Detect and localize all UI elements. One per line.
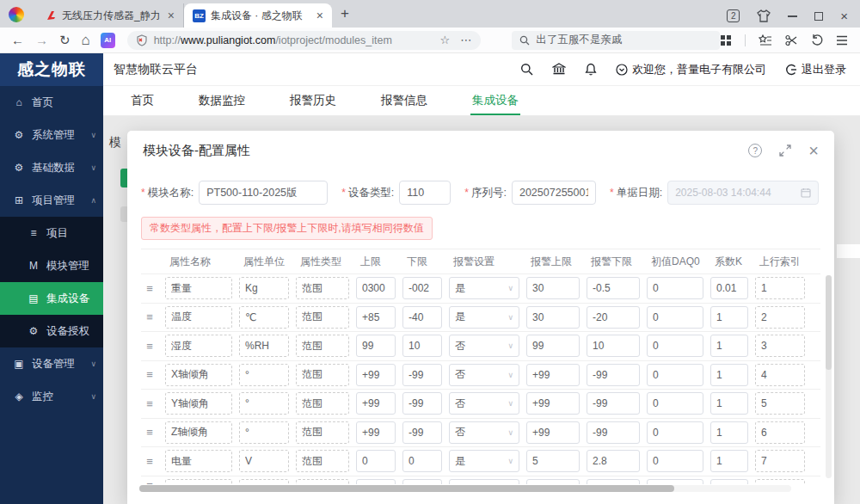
attr-unit-input[interactable] bbox=[239, 335, 289, 357]
attr-unit-input[interactable] bbox=[239, 479, 289, 484]
welcome-user[interactable]: 欢迎您，普量电子有限公司 bbox=[616, 62, 766, 77]
site-security-shield-icon[interactable] bbox=[136, 34, 148, 46]
upper-limit-input[interactable] bbox=[356, 421, 396, 444]
attr-unit-input[interactable] bbox=[239, 277, 289, 299]
close-icon[interactable]: × bbox=[808, 142, 819, 159]
upper-limit-input[interactable] bbox=[356, 277, 396, 299]
bank-building-icon[interactable] bbox=[552, 63, 566, 76]
browser-tab-2[interactable]: BZ 集成设备 · 感之物联 × bbox=[184, 3, 332, 28]
uplink-index-input[interactable] bbox=[755, 392, 805, 415]
attr-name-input[interactable] bbox=[165, 364, 232, 386]
attr-name-input[interactable] bbox=[165, 306, 232, 329]
alarm-upper-input[interactable] bbox=[526, 479, 580, 484]
alarm-lower-input[interactable] bbox=[587, 335, 640, 357]
horizontal-scrollbar[interactable] bbox=[139, 485, 791, 492]
attr-type-input[interactable] bbox=[296, 479, 349, 484]
alarm-upper-input[interactable] bbox=[526, 421, 580, 444]
init-daq0-input[interactable] bbox=[647, 335, 703, 357]
help-icon[interactable]: ? bbox=[748, 144, 762, 157]
alarm-setting-select[interactable]: 是 ∨ bbox=[449, 450, 519, 472]
theme-shirt-icon[interactable] bbox=[757, 9, 771, 22]
upper-limit-input[interactable] bbox=[356, 392, 396, 415]
drag-handle-icon[interactable]: ≡ bbox=[141, 368, 158, 381]
drag-handle-icon[interactable]: ≡ bbox=[141, 455, 158, 468]
scrollbar-thumb[interactable] bbox=[139, 485, 674, 492]
alarm-setting-select[interactable]: 是 ∨ bbox=[449, 306, 519, 329]
tab-count-badge[interactable]: 2 bbox=[727, 9, 740, 22]
more-options-icon[interactable]: ⋯ bbox=[460, 34, 472, 46]
sidebar-item-device-auth[interactable]: ⚙设备授权 bbox=[0, 315, 103, 347]
sidebar-item-monitor[interactable]: ◈监控∨ bbox=[0, 380, 103, 413]
attr-name-input[interactable] bbox=[165, 421, 232, 444]
drag-handle-icon[interactable]: ≡ bbox=[141, 310, 158, 323]
drag-handle-icon[interactable]: ≡ bbox=[141, 479, 158, 484]
module-name-input[interactable] bbox=[199, 181, 328, 205]
init-daq0-input[interactable] bbox=[647, 421, 703, 444]
logout-button[interactable]: 退出登录 bbox=[785, 62, 846, 77]
vertical-scrollbar[interactable] bbox=[826, 275, 832, 478]
doc-date-input[interactable]: 2025-08-03 14:04:44 bbox=[667, 181, 819, 205]
fullscreen-icon[interactable] bbox=[779, 144, 791, 157]
coeff-k-input[interactable] bbox=[710, 277, 748, 299]
tab-integrated-device[interactable]: 集成设备 bbox=[470, 86, 520, 115]
alarm-lower-input[interactable] bbox=[587, 277, 640, 299]
alarm-upper-input[interactable] bbox=[526, 364, 580, 386]
lower-limit-input[interactable] bbox=[402, 306, 442, 329]
coeff-k-input[interactable] bbox=[710, 306, 748, 329]
uplink-index-input[interactable] bbox=[755, 335, 805, 357]
init-daq0-input[interactable] bbox=[647, 450, 703, 472]
attr-name-input[interactable] bbox=[165, 392, 232, 415]
coeff-k-input[interactable] bbox=[710, 335, 748, 357]
drag-handle-icon[interactable]: ≡ bbox=[141, 426, 158, 439]
favorites-list-icon[interactable] bbox=[759, 34, 772, 46]
lower-limit-input[interactable] bbox=[402, 450, 442, 472]
sidebar-item-integrated-device[interactable]: ▤集成设备 bbox=[0, 282, 103, 315]
bookmark-star-icon[interactable]: ☆ bbox=[440, 34, 451, 46]
tab-alarm-history[interactable]: 报警历史 bbox=[288, 86, 338, 114]
coeff-k-input[interactable] bbox=[710, 479, 748, 484]
alarm-lower-input[interactable] bbox=[587, 479, 640, 484]
upper-limit-input[interactable] bbox=[356, 450, 396, 472]
lower-limit-input[interactable] bbox=[402, 277, 442, 299]
alarm-lower-input[interactable] bbox=[587, 364, 640, 386]
alarm-lower-input[interactable] bbox=[587, 306, 640, 329]
new-tab-button[interactable]: + bbox=[341, 5, 349, 22]
screenshot-scissors-icon[interactable] bbox=[785, 34, 798, 46]
attr-type-input[interactable] bbox=[296, 364, 349, 386]
alarm-setting-select[interactable]: 否 ∨ bbox=[449, 364, 519, 386]
browser-logo-icon[interactable] bbox=[9, 7, 24, 22]
upper-limit-input[interactable] bbox=[356, 335, 396, 357]
alarm-upper-input[interactable] bbox=[526, 277, 580, 299]
coeff-k-input[interactable] bbox=[710, 421, 748, 444]
lower-limit-input[interactable] bbox=[402, 392, 442, 415]
tab-alarm-info[interactable]: 报警信息 bbox=[379, 86, 429, 114]
drag-handle-icon[interactable]: ≡ bbox=[141, 340, 158, 353]
attr-unit-input[interactable] bbox=[239, 364, 289, 386]
sidebar-item-home[interactable]: ⌂首页 bbox=[0, 86, 103, 119]
init-daq0-input[interactable] bbox=[647, 392, 703, 415]
lower-limit-input[interactable] bbox=[402, 479, 442, 484]
attr-unit-input[interactable] bbox=[239, 306, 289, 329]
bell-icon[interactable] bbox=[585, 63, 597, 76]
scrollbar-thumb[interactable] bbox=[826, 275, 832, 370]
address-bar[interactable]: http://www.puliangiot.com/iotproject/mod… bbox=[127, 31, 482, 50]
upper-limit-input[interactable] bbox=[356, 306, 396, 329]
sidebar-item-basic-data[interactable]: ⚙基础数据∨ bbox=[0, 151, 103, 184]
attr-type-input[interactable] bbox=[296, 277, 349, 299]
home-button[interactable]: ⌂ bbox=[82, 33, 90, 47]
search-icon[interactable] bbox=[520, 63, 533, 76]
lower-limit-input[interactable] bbox=[402, 421, 442, 444]
attr-unit-input[interactable] bbox=[239, 421, 289, 444]
search-box[interactable]: 出了五服不是亲戚 bbox=[512, 31, 720, 50]
apps-grid-icon[interactable] bbox=[720, 34, 732, 46]
alarm-setting-select[interactable]: 否 ∨ bbox=[449, 421, 519, 444]
alarm-setting-select[interactable]: ∨ bbox=[449, 479, 519, 484]
tab-data-monitor[interactable]: 数据监控 bbox=[197, 86, 247, 114]
alarm-upper-input[interactable] bbox=[526, 335, 580, 357]
attr-name-input[interactable] bbox=[165, 450, 232, 472]
coeff-k-input[interactable] bbox=[710, 364, 748, 386]
uplink-index-input[interactable] bbox=[755, 450, 805, 472]
back-button[interactable]: ← bbox=[11, 34, 24, 46]
tab-close-icon[interactable]: × bbox=[166, 9, 176, 22]
forward-button[interactable]: → bbox=[35, 34, 48, 46]
